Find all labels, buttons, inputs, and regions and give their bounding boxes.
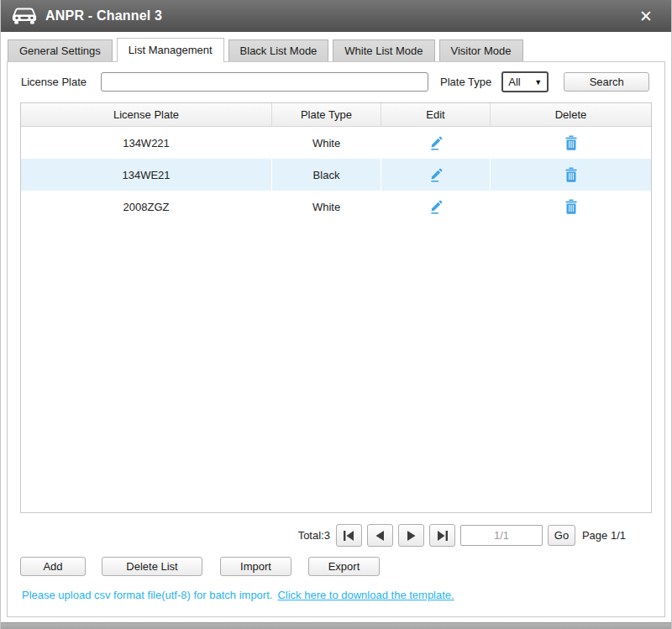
tab-list-management[interactable]: List Management	[117, 38, 224, 62]
search-button[interactable]: Search	[564, 72, 649, 92]
prev-page-icon	[375, 531, 385, 541]
plate-type-select[interactable]: All ▼	[501, 71, 549, 92]
table-row: 2008ZGZ White	[21, 191, 651, 223]
list-management-panel: License Plate Plate Type All ▼ Search Li…	[7, 61, 665, 617]
tab-visitor-mode[interactable]: Visitor Mode	[439, 39, 523, 61]
csv-hint-row: Please upload csv format file(utf-8) for…	[8, 589, 664, 601]
last-page-button[interactable]	[429, 524, 455, 547]
anpr-dialog-window: ANPR - Channel 3 ✕ General Settings List…	[0, 0, 672, 629]
titlebar: ANPR - Channel 3 ✕	[1, 0, 671, 32]
license-plate-label: License Plate	[21, 76, 87, 88]
delete-trash-icon[interactable]	[564, 199, 578, 214]
window-bottom-edge	[1, 622, 671, 629]
csv-hint-text: Please upload csv format file(utf-8) for…	[22, 589, 272, 601]
next-page-button[interactable]	[398, 524, 424, 547]
window-title: ANPR - Channel 3	[45, 8, 162, 24]
first-page-button[interactable]	[336, 524, 362, 547]
plate-type-selected-value: All	[508, 76, 520, 88]
tab-white-list-mode[interactable]: White List Mode	[333, 39, 434, 61]
prev-page-button[interactable]	[367, 524, 393, 547]
col-header-delete: Delete	[491, 103, 651, 126]
action-button-row: Add Delete List Import Export	[8, 557, 664, 576]
close-icon[interactable]: ✕	[636, 7, 656, 26]
last-page-icon	[437, 531, 448, 541]
tab-general-settings[interactable]: General Settings	[8, 39, 113, 61]
plate-cell: 134WE21	[21, 159, 272, 191]
first-page-icon	[344, 531, 354, 541]
export-button[interactable]: Export	[308, 557, 380, 576]
total-count-label: Total:3	[298, 529, 330, 542]
col-header-license-plate: License Plate	[21, 103, 272, 126]
delete-trash-icon[interactable]	[564, 167, 578, 182]
plate-type-label: Plate Type	[440, 76, 491, 88]
import-button[interactable]: Import	[220, 557, 291, 576]
go-button[interactable]: Go	[548, 525, 575, 546]
type-cell: White	[272, 191, 381, 223]
add-button[interactable]: Add	[20, 557, 86, 576]
plate-cell: 134W221	[21, 127, 272, 159]
download-template-link[interactable]: Click here to download the template.	[277, 589, 454, 601]
car-icon	[11, 7, 38, 25]
edit-pencil-icon[interactable]	[428, 199, 444, 214]
page-indicator-label: Page 1/1	[582, 529, 626, 542]
plate-list-table: License Plate Plate Type Edit Delete 134…	[20, 102, 652, 513]
search-row: License Plate Plate Type All ▼ Search	[8, 62, 664, 92]
delete-list-button[interactable]: Delete List	[102, 557, 202, 576]
table-header-row: License Plate Plate Type Edit Delete	[21, 103, 651, 127]
col-header-plate-type: Plate Type	[272, 103, 381, 126]
tab-bar: General Settings List Management Black L…	[1, 38, 671, 61]
next-page-icon	[407, 531, 416, 541]
type-cell: White	[272, 127, 381, 159]
chevron-down-icon: ▼	[534, 78, 542, 86]
plate-cell: 2008ZGZ	[21, 191, 272, 223]
table-row: 134WE21 Black	[21, 159, 651, 191]
type-cell: Black	[272, 159, 381, 191]
col-header-edit: Edit	[381, 103, 491, 126]
tab-black-list-mode[interactable]: Black List Mode	[228, 39, 329, 61]
delete-trash-icon[interactable]	[564, 135, 578, 150]
edit-pencil-icon[interactable]	[428, 135, 444, 150]
page-number-input[interactable]	[460, 525, 543, 546]
edit-pencil-icon[interactable]	[428, 167, 444, 182]
license-plate-input[interactable]	[101, 72, 428, 92]
table-row: 134W221 White	[21, 127, 651, 159]
pagination-bar: Total:3	[8, 524, 664, 547]
